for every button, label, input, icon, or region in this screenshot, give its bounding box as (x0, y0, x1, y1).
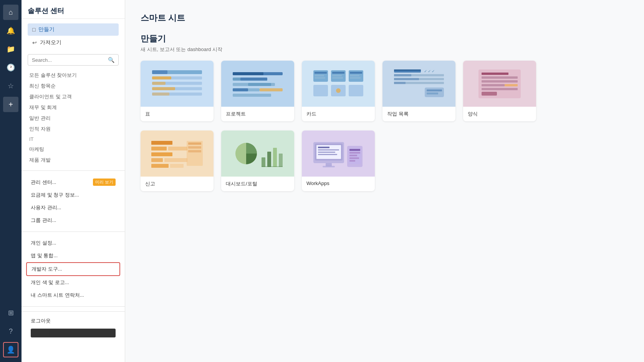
svg-rect-21 (315, 72, 327, 74)
card-preview-workapps (302, 131, 375, 177)
svg-rect-31 (350, 77, 361, 79)
folder-icon[interactable]: 📁 (3, 41, 18, 57)
svg-rect-3 (152, 76, 171, 79)
apps-integrations-item[interactable]: 앱 및 통합... (26, 250, 120, 262)
sidebar-item-import-label: 가져오기 (40, 39, 61, 46)
template-card-workapps[interactable]: WorkApps (302, 131, 375, 191)
user-icon[interactable]: 👤 (3, 342, 18, 357)
user-management-item[interactable]: 사용자 관리... (26, 202, 120, 214)
personal-settings-item[interactable]: 개인 설정... (26, 237, 120, 249)
categories-section: 모든 솔루션 찾아보기 최신 항목순 클라이언트 및 고객 재무 및 회계 일반… (22, 69, 125, 167)
sidebar-cat-product[interactable]: 제품 개발 (25, 155, 122, 165)
svg-rect-1 (152, 70, 167, 74)
card-label-form: 양식 (463, 107, 536, 121)
card-preview-form (463, 61, 536, 107)
svg-point-34 (336, 88, 341, 93)
svg-rect-9 (152, 93, 169, 96)
svg-rect-17 (233, 88, 248, 91)
svg-text:✓: ✓ (424, 69, 427, 73)
svg-rect-64 (164, 158, 187, 162)
sidebar-cat-marketing[interactable]: 마케팅 (25, 144, 122, 154)
svg-rect-11 (233, 72, 263, 75)
template-card-dashboard[interactable]: 대시보드/포털 (221, 131, 294, 191)
logout-section: 로그아웃 ████████████ (22, 311, 125, 344)
svg-rect-70 (188, 150, 201, 152)
sidebar-cat-clients[interactable]: 클라이언트 및 고객 (25, 92, 122, 102)
personal-branding-label: 개인 색 및 로고... (31, 279, 69, 286)
sidebar-item-create[interactable]: □ 만들기 (28, 23, 119, 36)
billing-item[interactable]: 요금제 및 청구 정보... (26, 189, 120, 201)
home-icon[interactable]: ⌂ (3, 5, 18, 20)
help-icon[interactable]: ? (3, 324, 18, 339)
star-icon[interactable]: ☆ (3, 78, 18, 94)
logout-item[interactable]: 로그아웃 (26, 315, 120, 327)
sidebar: 솔루션 센터 □ 만들기 ↩ 가져오기 🔍 모든 솔루션 찾아보기 최신 항목순… (22, 0, 125, 362)
svg-rect-18 (260, 88, 283, 91)
svg-rect-57 (482, 92, 497, 96)
sidebar-nav-section: □ 만들기 ↩ 가져오기 (22, 19, 125, 51)
contacts-item[interactable]: 내 스마트 시트 연락처... (26, 289, 120, 301)
template-card-table[interactable]: 표 (141, 61, 214, 121)
grid-icon[interactable]: ⊞ (3, 305, 18, 321)
svg-rect-84 (326, 163, 332, 166)
svg-rect-43 (394, 82, 406, 84)
svg-rect-37 (394, 69, 421, 71)
clock-icon[interactable]: 🕐 (3, 60, 18, 75)
svg-rect-60 (151, 147, 167, 150)
svg-rect-68 (188, 142, 201, 145)
section-subtitle: 새 시트, 보고서 또는 dashboard 시작 (141, 46, 629, 53)
bell-icon[interactable]: 🔔 (3, 23, 18, 38)
sidebar-cat-general[interactable]: 일반 관리 (25, 113, 122, 123)
svg-rect-39 (394, 74, 411, 76)
card-label-dashboard: 대시보드/포털 (221, 177, 294, 191)
svg-text:✓: ✓ (432, 69, 435, 73)
svg-rect-62 (151, 152, 172, 156)
svg-rect-56 (482, 88, 518, 90)
svg-rect-47 (425, 88, 444, 97)
svg-rect-85 (323, 166, 335, 167)
svg-rect-13 (240, 78, 267, 81)
search-input[interactable] (32, 57, 106, 63)
template-card-report[interactable]: 신고 (141, 131, 214, 191)
card-label-table: 표 (141, 107, 214, 121)
svg-rect-90 (349, 155, 357, 156)
sidebar-cat-recent[interactable]: 최신 항목순 (25, 81, 122, 91)
svg-rect-41 (394, 78, 419, 80)
template-card-tasklist[interactable]: ✓ ✓ ✓ 작업 목록 (382, 61, 455, 121)
svg-rect-15 (248, 83, 271, 86)
svg-rect-25 (332, 72, 344, 74)
sidebar-item-import[interactable]: ↩ 가져오기 (28, 36, 119, 49)
import-icon: ↩ (32, 40, 37, 46)
svg-rect-35 (349, 85, 363, 96)
personal-branding-item[interactable]: 개인 색 및 로고... (26, 276, 120, 289)
sidebar-cat-it[interactable]: IT (25, 135, 122, 144)
svg-text:✓: ✓ (428, 69, 431, 73)
template-card-form[interactable]: 양식 (463, 61, 536, 121)
sidebar-cat-hr[interactable]: 인적 자원 (25, 124, 122, 134)
template-grid-row2: 신고 대시보드/포털 (141, 131, 629, 191)
svg-rect-59 (151, 141, 172, 145)
contacts-label: 내 스마트 시트 연락처... (31, 292, 84, 299)
svg-rect-65 (151, 164, 169, 168)
add-icon[interactable]: + (3, 97, 18, 112)
template-card-project[interactable]: 프로젝트 (221, 61, 294, 121)
svg-rect-30 (350, 75, 359, 76)
group-management-label: 그룹 관리... (31, 217, 56, 224)
template-grid-row1: 표 프로젝트 (141, 61, 629, 121)
svg-rect-48 (427, 89, 442, 91)
admin-section: 관리 센터... 미리 보기 요금제 및 청구 정보... 사용자 관리... … (22, 174, 125, 228)
svg-rect-89 (349, 152, 360, 154)
developer-tools-item[interactable]: 개발자 도구... (26, 262, 120, 276)
card-label-card: 카드 (302, 107, 375, 121)
svg-rect-32 (313, 85, 328, 96)
admin-center-item[interactable]: 관리 센터... 미리 보기 (26, 176, 120, 188)
sidebar-title: 솔루션 센터 (22, 0, 125, 19)
svg-rect-69 (188, 146, 201, 149)
group-management-item[interactable]: 그룹 관리... (26, 214, 120, 226)
svg-rect-52 (482, 76, 518, 79)
template-card-card[interactable]: 카드 (302, 61, 375, 121)
svg-rect-92 (349, 160, 355, 162)
sidebar-cat-all[interactable]: 모든 솔루션 찾아보기 (25, 70, 122, 80)
svg-rect-82 (318, 152, 335, 153)
sidebar-cat-finance[interactable]: 재무 및 회계 (25, 102, 122, 112)
